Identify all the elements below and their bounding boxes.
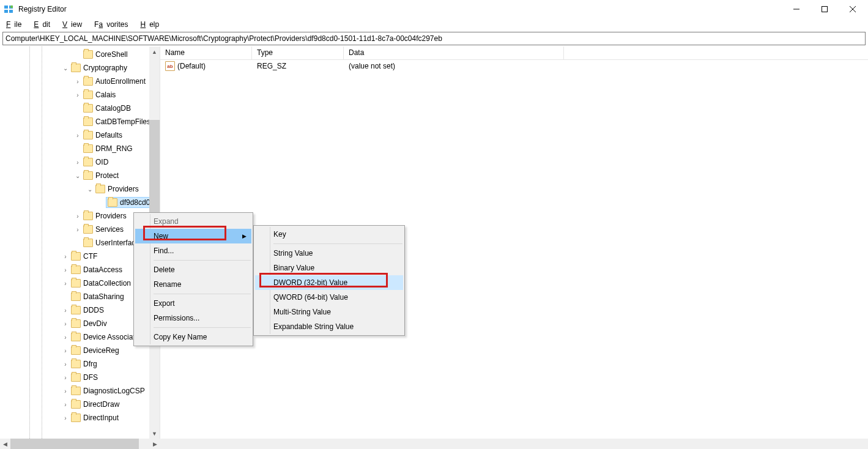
expand-icon[interactable]: ›: [61, 347, 70, 354]
sub-multi[interactable]: Multi-String Value: [255, 305, 403, 319]
expand-icon[interactable]: ›: [61, 307, 70, 314]
scroll-left-arrow-icon[interactable]: ◀: [0, 439, 10, 449]
tree-item-label: DataCollection: [83, 279, 131, 288]
tree-item-label: CatDBTempFiles: [95, 117, 150, 126]
expand-icon[interactable]: ›: [61, 334, 70, 341]
menu-view[interactable]: View: [59, 19, 89, 30]
folder-icon: [71, 252, 81, 261]
tree-item[interactable]: ›Calais: [0, 88, 160, 102]
menu-edit-label: dit: [39, 19, 54, 30]
folder-icon: [83, 50, 93, 59]
expand-icon[interactable]: ›: [61, 374, 70, 381]
column-data[interactable]: Data: [344, 46, 564, 59]
expand-icon[interactable]: ›: [61, 415, 70, 421]
close-button[interactable]: [839, 0, 867, 18]
list-header: Name Type Data: [160, 46, 868, 60]
maximize-button[interactable]: [811, 0, 839, 18]
expand-icon[interactable]: ›: [61, 361, 70, 368]
tree-item-label: Calais: [95, 91, 116, 99]
ctx-delete[interactable]: Delete: [135, 262, 251, 277]
expand-icon[interactable]: ›: [73, 213, 82, 220]
separator: [154, 294, 251, 294]
folder-icon: [83, 91, 93, 99]
collapse-icon[interactable]: ⌄: [86, 186, 94, 193]
ctx-copy-key-name[interactable]: Copy Key Name: [135, 330, 251, 344]
folder-icon: [83, 239, 93, 247]
menu-edit[interactable]: Edit: [30, 19, 57, 30]
expand-icon[interactable]: ›: [61, 388, 70, 395]
minimize-button[interactable]: [782, 0, 811, 18]
tree-item[interactable]: ›AutoEnrollment: [0, 75, 160, 88]
folder-icon: [83, 131, 93, 139]
sub-key[interactable]: Key: [255, 227, 403, 242]
hscroll-thumb[interactable]: [10, 439, 139, 449]
window-title: Registry Editor: [18, 5, 782, 13]
column-type[interactable]: Type: [252, 46, 344, 59]
expand-icon[interactable]: ›: [61, 401, 70, 408]
tree-item[interactable]: ›OID: [0, 155, 160, 169]
tree-item[interactable]: ›DirectDraw: [0, 398, 160, 411]
menu-help[interactable]: Help: [136, 19, 166, 30]
tree-item-label: Protect: [95, 171, 119, 180]
tree-item[interactable]: ›DFS: [0, 371, 160, 384]
tree-item-label: Defaults: [95, 131, 122, 139]
scroll-thumb[interactable]: [149, 120, 160, 218]
tree-item[interactable]: ›Dfrg: [0, 357, 160, 371]
sub-qword[interactable]: QWORD (64-bit) Value: [255, 290, 403, 305]
sub-expand[interactable]: Expandable String Value: [255, 319, 403, 334]
tree-item[interactable]: CatalogDB: [0, 102, 160, 115]
tree-item-label: Providers: [95, 212, 127, 220]
separator: [273, 243, 402, 244]
tree-item[interactable]: ›Defaults: [0, 128, 160, 142]
expand-icon[interactable]: ›: [73, 78, 82, 85]
sub-string[interactable]: String Value: [255, 246, 403, 261]
list-row[interactable]: ab(Default)REG_SZ(value not set): [160, 60, 868, 72]
ctx-permissions[interactable]: Permissions...: [135, 311, 251, 325]
tree-item[interactable]: CatDBTempFiles: [0, 115, 160, 128]
tree-item[interactable]: ⌄Providers: [0, 182, 160, 196]
expand-icon[interactable]: ›: [61, 280, 70, 287]
tree-item-label: DiagnosticLogCSP: [83, 387, 145, 395]
tree-item[interactable]: df9d8cd0...: [0, 196, 160, 209]
sub-binary[interactable]: Binary Value: [255, 261, 403, 275]
tree-item[interactable]: CoreShell: [0, 48, 160, 61]
address-bar[interactable]: Computer\HKEY_LOCAL_MACHINE\SOFTWARE\Mic…: [2, 32, 866, 45]
ctx-expand[interactable]: Expand: [135, 214, 251, 229]
ctx-find[interactable]: Find...: [135, 243, 251, 258]
menu-view-label: iew: [67, 19, 86, 30]
expand-icon[interactable]: ›: [61, 267, 70, 273]
expand-icon[interactable]: ›: [61, 321, 70, 327]
expand-icon[interactable]: ›: [73, 159, 82, 166]
tree-item-label: DFS: [83, 373, 98, 382]
sub-dword[interactable]: DWORD (32-bit) Value: [255, 275, 403, 290]
menu-file[interactable]: File: [2, 19, 29, 30]
collapse-icon[interactable]: ⌄: [73, 173, 82, 179]
tree-item[interactable]: ›DirectInput: [0, 411, 160, 425]
list-rows: ab(Default)REG_SZ(value not set): [160, 60, 868, 72]
svg-point-4: [10, 6, 13, 8]
scroll-right-arrow-icon[interactable]: ▶: [150, 439, 160, 449]
tree-item-label: Services: [95, 225, 124, 234]
tree-item[interactable]: ⌄Protect: [0, 169, 160, 182]
expand-icon[interactable]: ›: [73, 92, 82, 98]
scroll-up-arrow-icon[interactable]: ▲: [149, 46, 160, 57]
menu-favorites[interactable]: Favorites: [91, 19, 135, 30]
tree-item[interactable]: DRM_RNG: [0, 142, 160, 155]
expand-icon[interactable]: ›: [73, 226, 82, 233]
value-data: (value not set): [344, 62, 564, 70]
expand-icon[interactable]: ›: [73, 132, 82, 139]
ctx-new[interactable]: New ▶: [135, 229, 251, 243]
folder-icon: [83, 77, 93, 86]
tree-horizontal-scrollbar[interactable]: ◀ ▶: [0, 439, 868, 449]
collapse-icon[interactable]: ⌄: [61, 65, 70, 72]
ctx-export[interactable]: Export: [135, 296, 251, 311]
scroll-down-arrow-icon[interactable]: ▼: [149, 428, 160, 439]
tree-item-label: Cryptography: [83, 64, 127, 72]
ctx-rename[interactable]: Rename: [135, 277, 251, 292]
folder-icon: [71, 333, 81, 341]
tree-item[interactable]: ›DiagnosticLogCSP: [0, 384, 160, 398]
tree-item[interactable]: ⌄Cryptography: [0, 61, 160, 75]
column-name[interactable]: Name: [160, 46, 252, 59]
expand-icon[interactable]: ›: [61, 253, 70, 260]
app-icon: [4, 4, 13, 14]
